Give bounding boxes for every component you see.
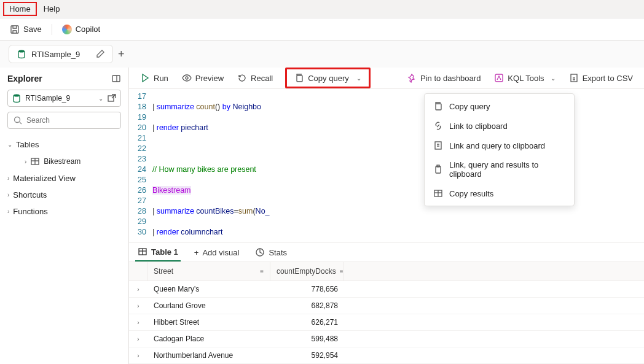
tab-label: Add visual (202, 248, 239, 257)
svg-rect-5 (108, 96, 114, 101)
tree-bikestream[interactable]: ›Bikestream (0, 153, 128, 170)
cell-street: Courland Grove (147, 298, 270, 314)
table-row[interactable]: ›Northumberland Avenue592,954 (129, 347, 644, 364)
eye-icon (182, 73, 192, 83)
cell-street: Cadogan Place (147, 331, 270, 347)
run-label: Run (154, 74, 168, 83)
run-button[interactable]: Run (135, 69, 173, 87)
tab-stats[interactable]: Stats (253, 244, 289, 261)
add-visual-button[interactable]: +Add visual (192, 244, 242, 261)
svg-rect-2 (112, 76, 120, 82)
menubar: Home Help (0, 0, 644, 18)
edit-icon[interactable] (95, 49, 105, 59)
cell-count: 592,954 (270, 347, 344, 363)
svg-point-4 (14, 95, 20, 97)
preview-button[interactable]: Preview (177, 69, 229, 87)
col-count[interactable]: countEmptyDocks≡ (270, 262, 344, 281)
query-toolbar: Run Preview Recall Copy query⌄ Pin to da… (129, 68, 644, 89)
pin-button[interactable]: Pin to dashboard (402, 69, 485, 87)
clipboard-icon (433, 165, 443, 174)
table-row[interactable]: ›Hibbert Street626,271 (129, 314, 644, 331)
copilot-button[interactable]: Copilot (57, 22, 105, 37)
play-icon (140, 73, 150, 83)
db-name: RTISample_9 (25, 94, 95, 103)
kql-tools-button[interactable]: KQL Tools⌄ (489, 69, 560, 87)
tree-functions[interactable]: ›Functions (0, 203, 128, 220)
cell-count: 626,271 (270, 314, 344, 330)
sidebar: Explorer RTISample_9 ⌄ ⌄Tables ›Bikestre… (0, 68, 129, 364)
copy-dropdown: Copy query Link to clipboard Link and qu… (424, 93, 575, 206)
copilot-icon (62, 25, 72, 34)
table-row[interactable]: ›Courland Grove682,878 (129, 298, 644, 314)
table-row[interactable]: ›Queen Mary's778,656 (129, 281, 644, 298)
dropdown-copy-query[interactable]: Copy query (425, 96, 574, 116)
tree-shortcuts[interactable]: ›Shortcuts (0, 187, 128, 203)
export-icon (569, 73, 579, 83)
recall-button[interactable]: Recall (232, 69, 278, 87)
cell-street: Northumberland Avenue (147, 347, 270, 363)
tree-tables[interactable]: ⌄Tables (0, 136, 128, 153)
content: Run Preview Recall Copy query⌄ Pin to da… (129, 68, 644, 364)
search-box[interactable] (7, 112, 121, 129)
copy-icon (433, 101, 443, 111)
tab-label: Table 1 (151, 247, 178, 257)
export-button[interactable]: Export to CSV (564, 69, 638, 87)
ditem-label: Link to clipboard (449, 122, 508, 131)
database-selector[interactable]: RTISample_9 ⌄ (7, 90, 121, 107)
link-icon (433, 121, 443, 131)
tab-label: Stats (269, 248, 287, 257)
chevron-down-icon: ⌄ (356, 75, 361, 82)
cell-count: 778,656 (270, 281, 344, 297)
tab-rtisample[interactable]: RTISample_9 (9, 45, 113, 63)
chevron-right-icon: › (25, 158, 26, 165)
grid-header: Street≡ countEmptyDocks≡ (129, 262, 644, 281)
tools-icon (494, 73, 504, 83)
chevron-right-icon: › (7, 175, 9, 182)
tab-label: RTISample_9 (31, 50, 80, 59)
dropdown-link[interactable]: Link to clipboard (425, 116, 574, 136)
tree-matview[interactable]: ›Materialized View (0, 170, 128, 187)
col-street[interactable]: Street≡ (147, 262, 270, 281)
dropdown-linkquery[interactable]: Link and query to clipboard (425, 136, 574, 155)
save-label: Save (23, 25, 42, 34)
svg-rect-16 (435, 142, 441, 149)
pin-label: Pin to dashboard (420, 74, 481, 83)
recall-icon (237, 73, 247, 83)
database-icon (12, 93, 22, 103)
save-button[interactable]: Save (5, 22, 47, 37)
menu-icon[interactable]: ≡ (260, 268, 264, 275)
expand-col (129, 262, 147, 281)
menu-help[interactable]: Help (37, 2, 66, 16)
external-icon[interactable] (107, 93, 117, 103)
svg-point-11 (186, 77, 188, 79)
dropdown-linkresults[interactable]: Link, query and results to clipboard (425, 155, 574, 184)
search-input[interactable] (26, 116, 119, 125)
search-icon (13, 115, 23, 125)
menu-home[interactable]: Home (3, 2, 37, 16)
menu-icon[interactable]: ≡ (340, 268, 344, 275)
line-gutter: 1718192021222324252627282930 (129, 91, 152, 242)
kql-label: KQL Tools (508, 74, 544, 83)
main: Explorer RTISample_9 ⌄ ⌄Tables ›Bikestre… (0, 68, 644, 364)
chevron-right-icon: › (137, 336, 139, 343)
ditem-label: Link, query and results to clipboard (449, 160, 565, 179)
dropdown-copyresults[interactable]: Copy results (425, 184, 574, 203)
copy-query-button[interactable]: Copy query⌄ (289, 71, 366, 85)
copy-icon (294, 73, 304, 83)
node-label: Shortcuts (13, 190, 47, 199)
cell-count: 682,878 (270, 298, 344, 314)
cell-count: 599,488 (270, 331, 344, 347)
table-row[interactable]: ›Cadogan Place599,488 (129, 331, 644, 347)
node-label: Tables (16, 140, 39, 149)
svg-point-1 (18, 50, 25, 53)
cell-street: Hibbert Street (147, 314, 270, 330)
plus-icon: + (194, 248, 199, 257)
tab-table1[interactable]: Table 1 (135, 243, 181, 261)
chevron-down-icon: ⌄ (551, 75, 556, 82)
tree: ⌄Tables ›Bikestream ›Materialized View ›… (0, 134, 128, 222)
chevron-right-icon: › (137, 319, 139, 326)
ditem-label: Link and query to clipboard (449, 141, 545, 150)
node-label: Functions (13, 207, 47, 216)
new-tab-button[interactable]: + (118, 48, 125, 61)
panel-icon[interactable] (111, 74, 121, 83)
